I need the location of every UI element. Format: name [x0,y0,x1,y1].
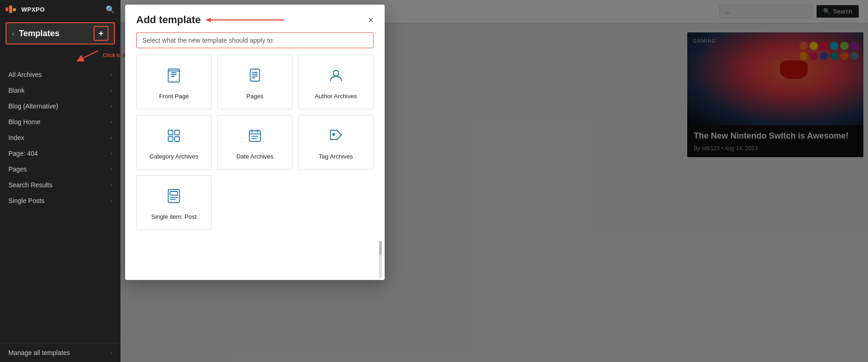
category-archives-icon [166,128,181,146]
template-card-front-page[interactable]: Front Page [136,55,212,109]
modal-subtitle: Select what the new template should appl… [136,32,374,48]
author-archives-icon [329,68,343,86]
sidebar-item-label: Blog Home [8,118,40,126]
template-card-author-archives[interactable]: Author Archives [298,55,374,109]
tag-archives-icon [329,128,343,146]
sidebar-item-pages[interactable]: Pages › [0,161,120,177]
modal-overlay[interactable]: Add template × Select what the new templ… [120,0,868,362]
template-label: Single item: Post [152,213,197,220]
search-icon[interactable]: 🔍 [106,5,115,14]
modal-title: Add template [136,14,201,26]
add-template-button[interactable]: + [94,26,108,41]
main-content: ... 🔍 Search GAMING [120,0,868,362]
sidebar: WPXPO 🔍 ‹ Templates + Click to Add New T… [0,0,120,362]
sidebar-item-label: Search Results [8,181,52,189]
modal-body: Front Page Pa [125,55,385,239]
template-card-date-archives[interactable]: Date Archives [217,115,293,170]
sidebar-item-label: Index [8,134,24,141]
modal-header: Add template × [125,5,385,32]
chevron-right-icon: › [110,103,112,109]
template-label: Author Archives [315,93,357,100]
template-card-tag-archives[interactable]: Tag Archives [298,115,374,170]
svg-point-12 [333,70,339,76]
date-archives-icon [247,128,262,146]
svg-rect-13 [168,130,173,135]
chevron-right-icon: › [110,182,112,188]
single-item-post-icon [166,189,181,207]
sidebar-title: Templates [19,29,94,38]
sidebar-item-label: Page: 404 [8,150,38,157]
sidebar-item-blank[interactable]: Blank › [0,83,120,98]
sidebar-item-label: Pages [8,165,27,173]
sidebar-item-label: Blog (Alternative) [8,102,58,110]
manage-templates-link[interactable]: Manage all templates › [0,343,120,362]
template-label: Tag Archives [319,153,353,160]
svg-rect-2 [13,8,16,11]
sidebar-item-page-404[interactable]: Page: 404 › [0,146,120,161]
svg-rect-15 [168,137,173,141]
sidebar-top-bar: WPXPO 🔍 [0,0,120,19]
manage-templates-label: Manage all templates [8,349,70,356]
sidebar-item-all-archives[interactable]: All Archives › [0,67,120,83]
pages-icon [247,68,262,86]
front-page-icon [166,68,181,86]
template-card-single-item-post[interactable]: Single item: Post [136,175,212,230]
svg-line-3 [80,51,98,60]
sidebar-nav: All Archives › Blank › Blog (Alternative… [0,65,120,343]
add-template-modal: Add template × Select what the new templ… [125,5,385,280]
chevron-right-icon: › [110,150,112,157]
template-grid: Front Page Pa [136,55,374,230]
sidebar-item-single-posts[interactable]: Single Posts › [0,193,120,209]
logo-icon [6,6,19,13]
template-label: Category Archives [150,153,199,160]
template-label: Pages [247,93,264,100]
chevron-right-icon: › [110,166,112,172]
modal-close-button[interactable]: × [368,15,374,25]
template-card-category-archives[interactable]: Category Archives [136,115,212,170]
wpxpo-logo: WPXPO [6,6,45,13]
sidebar-item-label: Single Posts [8,197,44,204]
svg-point-23 [333,133,335,135]
chevron-right-icon: › [110,71,112,78]
chevron-right-icon: › [110,349,112,356]
svg-rect-7 [250,69,260,81]
sidebar-item-blog-home[interactable]: Blog Home › [0,114,120,130]
chevron-right-icon: › [110,87,112,94]
svg-marker-5 [205,18,211,22]
svg-rect-1 [9,6,12,13]
svg-rect-25 [170,191,177,195]
logo-text: WPXPO [21,6,45,13]
sidebar-item-label: Blank [8,87,25,94]
sidebar-back-button[interactable]: ‹ [12,30,14,37]
sidebar-item-search-results[interactable]: Search Results › [0,177,120,193]
chevron-right-icon: › [110,119,112,125]
svg-rect-0 [6,7,8,11]
svg-rect-16 [175,137,179,141]
template-label: Front Page [159,93,189,100]
sidebar-header: ‹ Templates + [6,22,115,44]
template-label: Date Archives [236,153,273,160]
chevron-right-icon: › [110,134,112,141]
sidebar-item-label: All Archives [8,71,42,78]
svg-rect-14 [175,130,179,135]
chevron-right-icon: › [110,197,112,204]
modal-subtitle-text: Select what the new template should appl… [142,37,274,44]
sidebar-item-index[interactable]: Index › [0,130,120,146]
sidebar-item-blog-alternative[interactable]: Blog (Alternative) › [0,98,120,114]
template-card-pages[interactable]: Pages [217,55,293,109]
